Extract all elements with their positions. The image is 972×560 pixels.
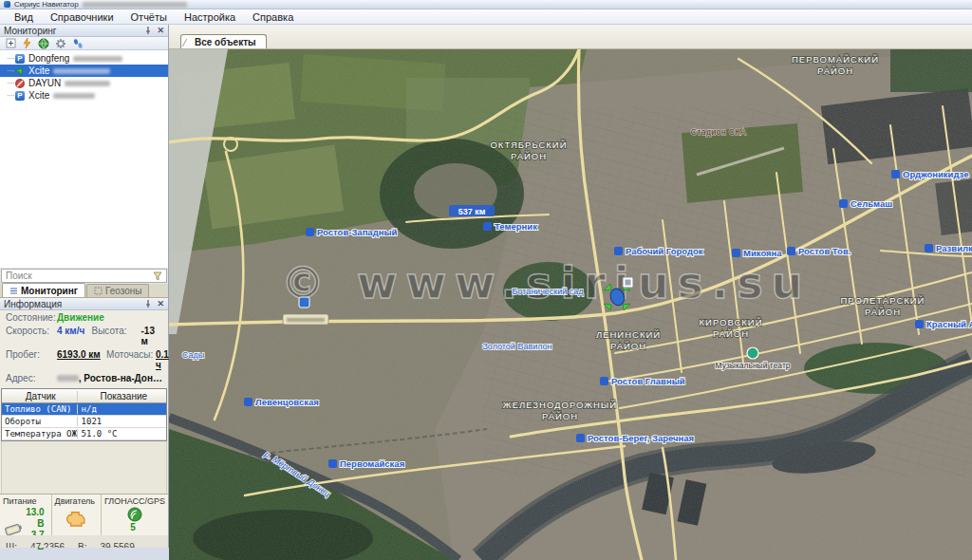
theater-marker-icon: [747, 347, 758, 359]
gps-label: ГЛОНАСС/GPS: [104, 496, 165, 506]
hours-value[interactable]: 0.1 ч: [156, 349, 169, 370]
col-value: Показание: [78, 391, 166, 401]
filter-icon: [153, 271, 162, 281]
status-bar: Ш: 47.2356 В: 39.5569: [0, 535, 168, 548]
vehicle-name-redacted: [53, 93, 95, 99]
svg-text:Микояна: Микояна: [743, 248, 782, 258]
show-on-map-icon[interactable]: [38, 38, 49, 49]
svg-text:КИРОВСКИЙ: КИРОВСКИЙ: [700, 317, 763, 327]
speed-label: Скорость:: [6, 326, 57, 346]
svg-text:Развилка: Развилка: [936, 243, 972, 253]
height-label: Высота:: [92, 326, 141, 346]
svg-text:Ботанический сад: Ботанический сад: [512, 287, 584, 296]
svg-text:537 км: 537 км: [458, 207, 486, 216]
sensors-table: Датчик Показание Топливо (CAN) н/д Оборо…: [1, 388, 167, 441]
app-icon: [4, 1, 10, 8]
vehicle-name: Dongfeng: [28, 53, 69, 64]
menu-reports[interactable]: Отчёты: [122, 10, 176, 24]
sidebar: Мониторинг ✕ P Dongfeng Xcite: [0, 25, 169, 548]
sensor-row[interactable]: Обороты 1021: [2, 416, 166, 428]
expand-all-icon[interactable]: [6, 38, 16, 48]
svg-text:ЛЕНИНСКИЙ: ЛЕНИНСКИЙ: [596, 329, 661, 340]
svg-text:ПЕРВОМАЙСКИЙ: ПЕРВОМАЙСКИЙ: [792, 54, 879, 65]
vehicle-row[interactable]: P Dongfeng: [0, 52, 168, 65]
svg-text:Ростов-Западный: Ростов-Западный: [317, 227, 398, 237]
moving-status-icon: [15, 66, 25, 76]
settings-gear-icon[interactable]: [55, 38, 66, 49]
lon-value: 39.5569: [101, 542, 135, 548]
menu-directories[interactable]: Справочники: [42, 10, 122, 24]
svg-text:РАЙОН: РАЙОН: [511, 151, 547, 161]
vehicle-name: DAYUN: [28, 78, 61, 88]
quick-actions-icon[interactable]: [22, 38, 32, 48]
pin-icon[interactable]: [144, 27, 152, 35]
svg-text:ПРОЛЕТАРСКИЙ: ПРОЛЕТАРСКИЙ: [841, 295, 925, 306]
offline-status-icon: [15, 79, 25, 88]
vehicle-row[interactable]: DAYUN: [0, 77, 168, 89]
menu-bar: Вид Справочники Отчёты Настройка Справка: [0, 9, 972, 25]
vehicle-name-redacted: [73, 56, 122, 62]
close-icon[interactable]: ✕: [157, 26, 164, 35]
gauges-panel: Питание 13.0 В 3.7 В Двигатель ГЛОНАСС/G…: [0, 494, 168, 535]
hours-label: Моточасы:: [106, 349, 156, 370]
mileage-value[interactable]: 6193.0 км: [57, 349, 95, 370]
mileage-label: Пробег:: [6, 349, 57, 370]
svg-text:РАЙОН: РАЙОН: [542, 411, 578, 421]
sidebar-tabs: Мониторинг Геозоны: [0, 284, 168, 298]
svg-text:Сады: Сады: [182, 350, 204, 360]
svg-text:Красный Аксай: Красный Аксай: [926, 319, 972, 329]
svg-text:Левенцовская: Левенцовская: [255, 397, 319, 407]
tab-monitoring[interactable]: Мониторинг: [2, 283, 85, 297]
address-redacted: [57, 375, 79, 382]
svg-text:Стадион СКА: Стадион СКА: [691, 127, 746, 137]
pin-icon[interactable]: [144, 300, 152, 308]
map-canvas[interactable]: © www.sirius.su ОКТЯБРЬСКИЙРАЙОН ПЕРВОМА…: [169, 49, 972, 560]
title-bar: Сириус Навигатор: [0, 0, 972, 9]
gps-gauge: ГЛОНАСС/GPS 5: [102, 495, 168, 535]
tree-search-input[interactable]: Поиск: [1, 269, 167, 283]
address-label: Адрес:: [6, 373, 57, 383]
tab-geozones[interactable]: Геозоны: [86, 284, 150, 297]
geozone-icon: [94, 287, 103, 295]
tab-all-objects[interactable]: Все объекты: [180, 34, 267, 48]
height-value: -13 м: [141, 326, 162, 346]
close-icon[interactable]: ✕: [157, 299, 164, 308]
svg-text:РАЙОН: РАЙОН: [817, 65, 853, 76]
svg-text:Сельмаш: Сельмаш: [850, 198, 892, 209]
sensor-row[interactable]: Температура ОЖ 51.0 °C: [2, 428, 166, 440]
lat-value: 47.2356: [30, 542, 65, 548]
svg-text:Рабочий Городок: Рабочий Городок: [626, 246, 703, 256]
engine-icon: [64, 508, 88, 529]
satellite-icon: [127, 507, 142, 522]
vehicle-row-selected[interactable]: Xcite: [0, 65, 168, 77]
vehicle-name: Xcite: [28, 90, 49, 101]
lat-label: Ш:: [6, 542, 17, 548]
menu-help[interactable]: Справка: [244, 10, 302, 24]
monitoring-panel-title: Мониторинг: [4, 26, 56, 36]
parked-status-icon: P: [15, 54, 25, 64]
power-gauge: Питание 13.0 В 3.7 В: [0, 495, 52, 535]
state-value: Движение: [57, 312, 104, 323]
info-panel-title: Информация: [4, 299, 62, 309]
power-main-voltage: 13.0 В: [24, 507, 48, 530]
gps-satellite-count: 5: [104, 522, 165, 533]
speed-value: 4 км/ч: [57, 326, 92, 346]
vehicle-row[interactable]: P Xcite: [0, 89, 168, 102]
monitoring-toolbar: [0, 37, 168, 50]
sensor-row-selected[interactable]: Топливо (CAN) н/д: [2, 403, 166, 416]
svg-text:Первомайская: Первомайская: [340, 458, 404, 469]
col-sensor: Датчик: [2, 391, 78, 401]
vehicle-tree: P Dongfeng Xcite DAYUN P Xcite: [0, 50, 168, 268]
watermark: © www.sirius.su: [281, 257, 811, 308]
engine-gauge: Двигатель: [52, 495, 102, 535]
menu-settings[interactable]: Настройка: [176, 10, 244, 24]
svg-text:Золотой Вавилон: Золотой Вавилон: [482, 342, 551, 351]
lon-label: В:: [78, 542, 86, 548]
svg-text:РАЙОН: РАЙОН: [865, 307, 901, 317]
tracks-footprints-icon[interactable]: [72, 38, 84, 49]
state-label: Состояние:: [6, 312, 57, 323]
vehicle-name-redacted: [53, 68, 110, 74]
svg-text:Ростов Тов.: Ростов Тов.: [798, 246, 850, 256]
menu-view[interactable]: Вид: [6, 10, 42, 24]
svg-text:РАЙОН: РАЙОН: [610, 341, 646, 351]
